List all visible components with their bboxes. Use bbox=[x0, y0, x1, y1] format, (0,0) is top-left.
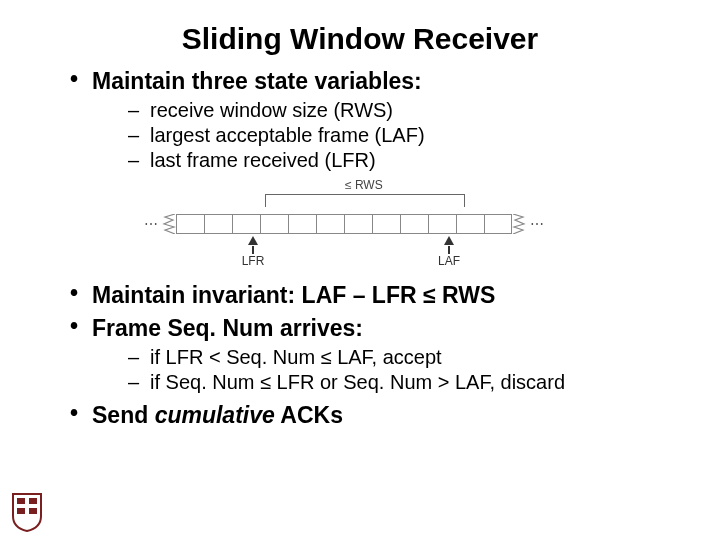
rws-bracket-label: ≤ RWS bbox=[345, 178, 383, 192]
svg-rect-3 bbox=[29, 508, 37, 514]
slide: Sliding Window Receiver Maintain three s… bbox=[0, 0, 720, 540]
bullet-text: Maintain three state variables: bbox=[92, 68, 422, 94]
rws-bracket bbox=[265, 194, 465, 207]
sub-bullet: last frame received (LFR) bbox=[128, 149, 680, 172]
frame-cell bbox=[428, 214, 456, 234]
sub-list-state-vars: receive window size (RWS) largest accept… bbox=[128, 99, 680, 172]
frame-cell bbox=[204, 214, 232, 234]
laf-pointer: LAF bbox=[437, 236, 461, 268]
sub-text: if LFR < Seq. Num ≤ LAF, accept bbox=[150, 346, 442, 368]
bullet-frame-arrives: Frame Seq. Num arrives: if LFR < Seq. Nu… bbox=[70, 315, 680, 394]
bullet-send-acks: Send cumulative ACKs bbox=[70, 402, 680, 429]
frame-cell bbox=[456, 214, 484, 234]
pointer-label: LFR bbox=[241, 254, 265, 268]
sub-text: largest acceptable frame (LAF) bbox=[150, 124, 425, 146]
bullet-post: ACKs bbox=[275, 402, 343, 428]
sub-bullet: receive window size (RWS) bbox=[128, 99, 680, 122]
torn-edge-left bbox=[162, 214, 176, 234]
sliding-window-diagram: ≤ RWS ⋯ ⋯ LFR bbox=[140, 180, 580, 272]
frame-cell bbox=[288, 214, 316, 234]
sub-bullet: if Seq. Num ≤ LFR or Seq. Num > LAF, dis… bbox=[128, 371, 680, 394]
frame-cell bbox=[260, 214, 288, 234]
svg-rect-0 bbox=[17, 498, 25, 504]
segment-row: ⋯ ⋯ bbox=[140, 214, 580, 234]
torn-edge-right bbox=[512, 214, 526, 234]
frame-cell bbox=[372, 214, 400, 234]
sub-list-frame: if LFR < Seq. Num ≤ LAF, accept if Seq. … bbox=[128, 346, 680, 394]
arrow-up-icon bbox=[248, 236, 258, 245]
frame-cell bbox=[344, 214, 372, 234]
frame-cell bbox=[316, 214, 344, 234]
bullet-text: Maintain invariant: LAF – LFR ≤ RWS bbox=[92, 282, 495, 308]
sub-text: if Seq. Num ≤ LFR or Seq. Num > LAF, dis… bbox=[150, 371, 565, 393]
svg-rect-1 bbox=[29, 498, 37, 504]
frame-cell bbox=[176, 214, 204, 234]
pointer-label: LAF bbox=[437, 254, 461, 268]
svg-rect-2 bbox=[17, 508, 25, 514]
frame-cell bbox=[400, 214, 428, 234]
sub-bullet: if LFR < Seq. Num ≤ LAF, accept bbox=[128, 346, 680, 369]
bullet-pre: Send bbox=[92, 402, 155, 428]
lfr-pointer: LFR bbox=[241, 236, 265, 268]
sub-text: receive window size (RWS) bbox=[150, 99, 393, 121]
pointer-stem bbox=[252, 246, 254, 254]
bullet-list-lower: Maintain invariant: LAF – LFR ≤ RWS Fram… bbox=[70, 282, 680, 429]
bullet-list: Maintain three state variables: receive … bbox=[70, 68, 680, 172]
arrow-up-icon bbox=[444, 236, 454, 245]
bullet-text: Frame Seq. Num arrives: bbox=[92, 315, 363, 341]
sub-bullet: largest acceptable frame (LAF) bbox=[128, 124, 680, 147]
frame-cell bbox=[232, 214, 260, 234]
sub-text: last frame received (LFR) bbox=[150, 149, 376, 171]
pointer-stem bbox=[448, 246, 450, 254]
bullet-invariant: Maintain invariant: LAF – LFR ≤ RWS bbox=[70, 282, 680, 309]
university-crest-icon bbox=[10, 490, 44, 532]
ellipsis-left: ⋯ bbox=[140, 216, 162, 232]
page-title: Sliding Window Receiver bbox=[40, 22, 680, 56]
frame-cell bbox=[484, 214, 512, 234]
ellipsis-right: ⋯ bbox=[526, 216, 548, 232]
bullet-state-vars: Maintain three state variables: receive … bbox=[70, 68, 680, 172]
bullet-em: cumulative bbox=[155, 402, 275, 428]
